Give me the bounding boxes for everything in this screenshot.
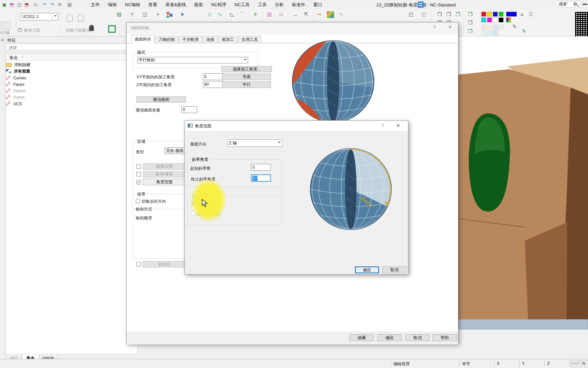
color-black[interactable] bbox=[499, 17, 504, 22]
by-tool-label[interactable]: 根据刀具 bbox=[24, 28, 40, 33]
color-white[interactable] bbox=[493, 17, 498, 22]
ruler-icon[interactable]: ↦ bbox=[315, 10, 323, 18]
tree-row-force-hidden[interactable]: 强制隐藏 bbox=[6, 62, 137, 68]
axis-icon[interactable]: ✛ bbox=[251, 10, 259, 18]
model-3d[interactable] bbox=[458, 36, 588, 319]
pocket-icon[interactable]: ⊔ bbox=[277, 10, 285, 18]
menu-item-nc-tools[interactable]: NC工具 bbox=[230, 2, 254, 8]
green-surface-icon[interactable]: ∿ bbox=[216, 10, 224, 18]
color-cyan[interactable] bbox=[481, 17, 486, 22]
color-green[interactable] bbox=[499, 12, 504, 17]
parallel-button[interactable]: 平行 bbox=[222, 81, 271, 88]
color-pale1[interactable] bbox=[481, 25, 486, 30]
hatch-region-icon[interactable]: ▥ bbox=[265, 10, 274, 18]
pen-icon[interactable]: ✎ bbox=[510, 22, 519, 31]
toolpath-bulb1-icon[interactable] bbox=[67, 14, 73, 22]
tab-roughing[interactable]: 粗加工 bbox=[218, 36, 238, 43]
window-icon[interactable]: ◫ bbox=[16, 1, 22, 8]
dialog2-titlebar[interactable]: 角度范围 ? ✕ bbox=[185, 121, 408, 131]
collection-column-header[interactable]: 集合 / bbox=[6, 53, 137, 61]
swap-plane-icon[interactable]: ◇ bbox=[206, 10, 214, 18]
corner-checkbox[interactable] bbox=[136, 164, 141, 169]
color-current[interactable] bbox=[506, 12, 517, 17]
shade-cube2-icon[interactable]: ❒ bbox=[466, 19, 474, 27]
drive-offset-input[interactable]: 0 bbox=[181, 106, 197, 113]
end-slope-input[interactable]: 50 bbox=[251, 174, 271, 182]
dialog1-help-icon[interactable]: ? bbox=[433, 25, 436, 30]
menu-item-nc-edit[interactable]: NC编辑 bbox=[121, 2, 144, 8]
tab-surface-path[interactable]: 曲面路径 bbox=[131, 35, 154, 43]
import-icon[interactable]: ⬒ bbox=[23, 1, 30, 8]
menu-item-view[interactable]: 查看 bbox=[144, 2, 161, 8]
tree-row-points[interactable]: Points bbox=[6, 94, 137, 101]
start-point-button[interactable]: 起始点 bbox=[143, 261, 186, 267]
dialog1-help-button[interactable]: 帮助 bbox=[432, 334, 457, 341]
extend-checkbox[interactable] bbox=[136, 172, 141, 177]
tab-utility[interactable]: 实用工具 bbox=[238, 36, 261, 43]
ucs-combobox[interactable]: UCS11 1 bbox=[20, 13, 58, 20]
z-angle-input[interactable]: 90 bbox=[203, 81, 223, 88]
color-magenta[interactable] bbox=[487, 17, 492, 22]
green-cube-icon[interactable] bbox=[108, 25, 116, 33]
dialog2-help-icon[interactable]: ? bbox=[381, 123, 384, 128]
zoom-window-icon[interactable]: ◰ bbox=[407, 10, 415, 18]
window2-icon[interactable]: ◫ bbox=[141, 10, 149, 18]
sketch-icon[interactable]: ◺ bbox=[228, 10, 236, 18]
rainbow-surface-icon[interactable] bbox=[327, 11, 334, 18]
angle-range-checkbox[interactable]: ✓ bbox=[136, 180, 141, 184]
dialog1-cancel-button[interactable]: 取消 bbox=[405, 334, 430, 341]
refresh-icon[interactable]: ⟳ bbox=[56, 1, 63, 8]
dialog2-cancel-button[interactable]: 取消 bbox=[382, 266, 406, 273]
view-cube3-icon[interactable]: ❒ bbox=[454, 10, 462, 18]
scene-icon[interactable]: ⬒ bbox=[9, 1, 15, 8]
dialog1-ok-button[interactable]: 确定 bbox=[377, 334, 402, 341]
start-point-checkbox[interactable] bbox=[136, 262, 141, 266]
form-icon[interactable]: ▤ bbox=[115, 10, 123, 18]
extend-button[interactable]: 延伸/修剪 bbox=[143, 171, 186, 178]
view-cube2-icon[interactable]: ❒ bbox=[445, 10, 453, 18]
cad-model-icon[interactable] bbox=[1, 21, 11, 30]
menu-item-window[interactable]: 窗口 bbox=[309, 2, 326, 8]
angle-range-button[interactable]: 角度范围 bbox=[143, 179, 186, 185]
contour-button[interactable]: 等高 bbox=[222, 74, 271, 80]
color-rainbow[interactable] bbox=[506, 17, 511, 22]
mode-dropdown[interactable]: 平行铣削 bbox=[137, 57, 248, 63]
select-angle-button[interactable]: 选择加工角度... bbox=[222, 66, 272, 72]
redo-icon[interactable]: ↷ bbox=[49, 1, 55, 8]
menu-item-standard-parts[interactable]: 标准件 bbox=[288, 2, 309, 8]
dim-corner-icon[interactable]: ⇱ bbox=[302, 10, 310, 18]
menu-item-tools[interactable]: 工具 bbox=[254, 2, 271, 8]
dialog1-titlebar[interactable]: 3轴局部铣 ? ✕ bbox=[127, 22, 458, 34]
shade-cube3-icon[interactable]: ❒ bbox=[466, 27, 474, 35]
list-icon[interactable]: ▤ bbox=[66, 1, 73, 8]
gray-surface-icon[interactable]: ∿ bbox=[337, 10, 345, 18]
undo-icon[interactable]: ↶ bbox=[42, 1, 48, 8]
color-pale7[interactable] bbox=[493, 30, 498, 35]
zoom-dotted-icon[interactable]: ◰ bbox=[420, 10, 428, 18]
tree-row-curves[interactable]: Curves bbox=[6, 75, 137, 81]
search-icon[interactable] bbox=[574, 2, 577, 5]
shade-cube1-icon[interactable]: ❒ bbox=[466, 10, 474, 18]
toggle-toolpath-label[interactable]: 切换刀轨显示 bbox=[66, 28, 90, 33]
menu-item-surface[interactable]: 曲面 bbox=[190, 2, 207, 8]
color-yellow[interactable] bbox=[487, 12, 492, 17]
dialog2-ok-button[interactable]: 确定 bbox=[355, 266, 379, 273]
color-pale2[interactable] bbox=[487, 25, 492, 30]
minimize-button[interactable] bbox=[583, 4, 587, 5]
help-icon[interactable]: ? bbox=[128, 10, 136, 18]
tree-row-ucs[interactable]: UCS bbox=[6, 101, 137, 107]
line-style2-icon[interactable]: ☰ bbox=[527, 10, 535, 18]
dark-bulb-icon[interactable] bbox=[89, 25, 94, 31]
shapes-icon[interactable] bbox=[166, 11, 174, 18]
xy-angle-input[interactable]: 0 bbox=[203, 73, 223, 80]
color-pale6[interactable] bbox=[487, 30, 492, 35]
curve-icon[interactable]: ⌒ bbox=[238, 10, 246, 18]
toolpath-bulb2-icon[interactable] bbox=[78, 14, 84, 22]
toggle-step-checkbox[interactable] bbox=[136, 199, 140, 203]
dialog2-close-icon[interactable]: ✕ bbox=[396, 123, 400, 128]
menu-item-nc-program[interactable]: NC程序 bbox=[207, 2, 230, 8]
dialog1-close-icon[interactable]: ✕ bbox=[448, 25, 452, 30]
tab-tool-axis[interactable]: 刀轴控制 bbox=[155, 36, 178, 43]
tree-row-faces[interactable]: Faces bbox=[6, 81, 137, 88]
menu-item-edit[interactable]: 编辑 bbox=[104, 2, 121, 8]
